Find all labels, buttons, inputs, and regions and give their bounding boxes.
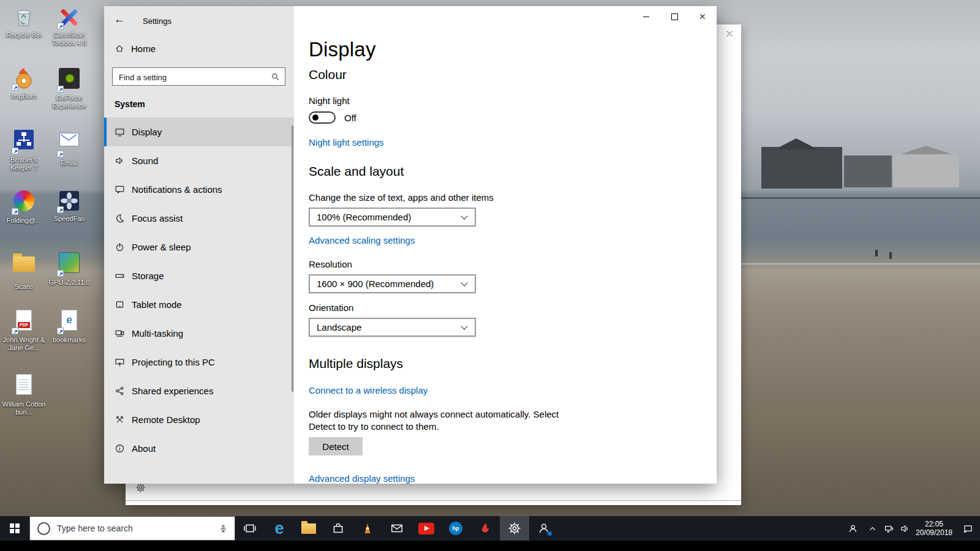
network-tray-button[interactable] <box>881 516 897 541</box>
desktop-icon-folding[interactable]: Folding@... <box>1 189 47 225</box>
desktop-screen: Recycle Bin ImgBurn Brother's Keeper 7 F… <box>0 0 980 551</box>
hp-button[interactable]: hp <box>441 516 470 541</box>
settings-search-input[interactable] <box>118 69 267 86</box>
mail-button[interactable] <box>382 516 412 541</box>
orientation-dropdown[interactable]: Landscape <box>309 318 476 337</box>
toggle-state-label: Off <box>344 113 356 123</box>
settings-search-box[interactable] <box>112 67 285 86</box>
sidebar-item-tablet-mode[interactable]: Tablet mode <box>104 290 294 319</box>
wallpaper-building <box>844 156 892 187</box>
sidebar-scrollbar[interactable] <box>292 126 293 392</box>
sidebar-item-notifications[interactable]: Notifications & actions <box>104 175 294 204</box>
shortcut-badge <box>57 328 64 334</box>
pdf-file-icon: PDF <box>12 310 36 334</box>
detect-button[interactable]: Detect <box>309 437 363 455</box>
action-center-icon <box>963 523 973 534</box>
taskbar-search-input[interactable] <box>56 523 219 534</box>
section-heading-colour: Colour <box>309 67 347 82</box>
sidebar-item-display[interactable]: Display <box>104 118 294 146</box>
night-light-toggle[interactable] <box>309 111 336 124</box>
music-app-button[interactable] <box>470 516 500 541</box>
volume-tray-button[interactable] <box>897 516 913 541</box>
store-button[interactable] <box>323 516 353 541</box>
resolution-dropdown[interactable]: 980 × 551 (Recommended) <box>309 274 476 293</box>
speedfan-icon <box>57 189 81 213</box>
moon-icon <box>115 213 125 223</box>
desktop-icon-scans[interactable]: Scans <box>1 250 47 291</box>
page-title: Display <box>309 38 376 61</box>
selection-accent-bar <box>104 118 107 146</box>
desktop-icon-bookmarks[interactable]: e bookmarks <box>47 308 92 344</box>
desktop-icon-label: Folding@... <box>1 217 47 225</box>
sidebar-item-label: Projecting to this PC <box>132 357 215 367</box>
back-button[interactable]: ← <box>109 10 130 29</box>
project-icon <box>115 357 125 367</box>
desktop-icon-john-wright-pdf[interactable]: PDF John Wright & Jane Ge... <box>1 308 47 352</box>
minimize-button[interactable] <box>632 6 660 27</box>
night-light-settings-link[interactable]: Night light settings <box>309 137 384 148</box>
info-icon <box>115 443 125 454</box>
desktop-icon-speedfan[interactable]: SpeedFan <box>47 189 92 223</box>
scaling-dropdown[interactable]: 100% (Recommended) <box>309 208 476 227</box>
sidebar-item-label: Shared experiences <box>132 386 213 396</box>
desktop-icon-brothers-keeper[interactable]: Brother's Keeper 7 <box>1 127 47 172</box>
close-icon[interactable] <box>725 29 734 38</box>
sidebar-item-label: Focus assist <box>132 213 183 223</box>
desktop-icon-geforce[interactable]: GeForce Experience <box>47 66 92 110</box>
desktop-icon-canoscan[interactable]: CanoScan Toolbox 4.9 <box>47 5 92 47</box>
sidebar-item-shared-experiences[interactable]: Shared experiences <box>104 377 294 405</box>
action-center-button[interactable] <box>956 516 980 541</box>
system-tray: 22:05 20/09/2018 <box>842 516 980 541</box>
microphone-icon[interactable] <box>219 524 228 533</box>
maximize-button[interactable] <box>660 6 688 27</box>
desktop-icon-gpu-z[interactable]: GPU-Z.2.11.0 <box>47 250 92 287</box>
edge-button[interactable]: e <box>265 516 294 541</box>
settings-taskbar-button[interactable] <box>500 516 529 541</box>
start-button[interactable] <box>0 516 29 541</box>
desktop-icon-william-cotton[interactable]: William Cotton buri... <box>1 372 47 416</box>
divider <box>126 500 741 501</box>
desktop-icon-recycle-bin[interactable]: Recycle Bin <box>1 5 47 39</box>
sidebar-item-label: Tablet mode <box>132 299 182 310</box>
sidebar-item-storage[interactable]: Storage <box>104 261 294 290</box>
wireless-display-link[interactable]: Connect to a wireless display <box>309 385 428 395</box>
media-app-button[interactable] <box>353 516 382 541</box>
size-label: Change the size of text, apps and other … <box>309 192 494 203</box>
sidebar-item-focus-assist[interactable]: Focus assist <box>104 204 294 233</box>
close-button[interactable] <box>688 6 717 27</box>
sidebar-item-home[interactable]: Home <box>104 37 294 60</box>
home-icon <box>115 43 124 53</box>
youtube-button[interactable] <box>412 516 441 541</box>
desktop-icon-imgburn[interactable]: ImgBurn <box>1 66 47 100</box>
network-icon <box>884 523 894 534</box>
sidebar-item-label: Multi-tasking <box>132 328 183 339</box>
advanced-display-link[interactable]: Advanced display settings <box>309 473 415 484</box>
detect-description: Older displays might not always connect … <box>309 408 566 433</box>
sidebar-item-remote-desktop[interactable]: Remote Desktop <box>104 405 294 434</box>
taskbar-search-box[interactable] <box>29 516 235 541</box>
toggle-knob <box>312 114 318 121</box>
red-clef-icon <box>478 522 492 535</box>
scaling-value: 100% (Recommended) <box>317 212 411 222</box>
edge-icon: e <box>274 522 284 535</box>
brothers-keeper-icon <box>12 130 36 154</box>
sidebar-item-multitasking[interactable]: Multi-tasking <box>104 319 294 348</box>
tray-clock[interactable]: 22:05 20/09/2018 <box>913 520 956 537</box>
wallpaper-building <box>761 147 842 189</box>
chevron-up-icon <box>868 524 877 533</box>
sidebar-item-power-sleep[interactable]: Power & sleep <box>104 233 294 261</box>
sidebar-item-projecting[interactable]: Projecting to this PC <box>104 348 294 377</box>
sidebar-item-about[interactable]: About <box>104 434 294 463</box>
tray-contact-button[interactable] <box>842 516 864 541</box>
shortcut-badge <box>57 270 64 277</box>
task-view-button[interactable] <box>235 516 265 541</box>
sidebar-item-sound[interactable]: Sound <box>104 146 294 175</box>
section-heading-scale: Scale and layout <box>309 164 404 179</box>
show-hidden-icons-button[interactable] <box>864 516 881 541</box>
desktop-icon-email[interactable]: Email <box>47 127 92 167</box>
minimize-icon <box>643 17 649 17</box>
people-button[interactable] <box>529 516 559 541</box>
gear-icon <box>135 482 146 493</box>
file-explorer-button[interactable] <box>294 516 323 541</box>
advanced-scaling-link[interactable]: Advanced scaling settings <box>309 235 415 246</box>
